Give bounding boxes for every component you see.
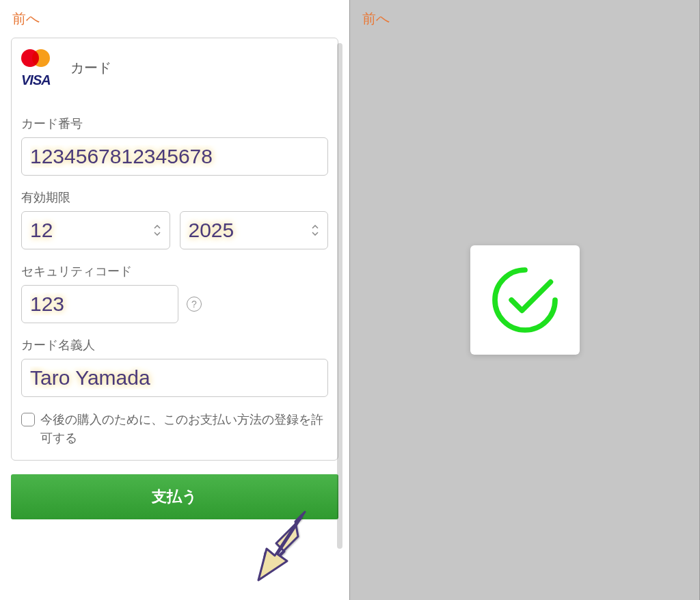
form-scroll-area: VISA カード カード番号 有効期限 12 [0, 38, 349, 600]
holder-group: カード名義人 [21, 337, 328, 397]
visa-icon: VISA [21, 72, 54, 88]
holder-label: カード名義人 [21, 337, 328, 353]
expiry-label: 有効期限 [21, 189, 328, 206]
save-payment-row[interactable]: 今後の購入のために、このお支払い方法の登録を許可する [21, 411, 328, 448]
expiry-year-value: 2025 [180, 211, 329, 249]
pay-button[interactable]: 支払う [11, 474, 338, 519]
checkmark-icon [487, 262, 563, 338]
back-link[interactable]: 前へ [350, 0, 699, 38]
expiry-month-select[interactable]: 12 [21, 211, 170, 249]
save-payment-label: 今後の購入のために、このお支払い方法の登録を許可する [40, 411, 328, 448]
chevron-updown-icon [154, 223, 163, 237]
holder-input[interactable] [21, 359, 328, 397]
card-brand-row: VISA カード [21, 48, 328, 88]
brand-icons: VISA [21, 48, 54, 88]
card-type-label: カード [70, 59, 111, 77]
cvv-input[interactable] [21, 285, 178, 323]
card-number-group: カード番号 [21, 115, 328, 176]
expiry-year-select[interactable]: 2025 [180, 211, 329, 249]
cvv-group: セキュリティコード ? [21, 263, 328, 323]
card-number-input[interactable] [21, 137, 328, 176]
success-card [470, 245, 580, 355]
cvv-label: セキュリティコード [21, 263, 328, 279]
save-payment-checkbox[interactable] [21, 413, 35, 426]
payment-form-pane: 前へ VISA カード カード番号 [0, 0, 350, 600]
confirmation-pane: 前へ [350, 0, 700, 600]
mastercard-icon [21, 48, 54, 68]
card-form: VISA カード カード番号 有効期限 12 [11, 38, 338, 461]
expiry-month-value: 12 [21, 211, 170, 249]
chevron-updown-icon [312, 223, 321, 237]
card-number-label: カード番号 [21, 115, 328, 132]
help-icon[interactable]: ? [187, 297, 202, 312]
scrollbar[interactable] [337, 43, 342, 549]
back-link[interactable]: 前へ [0, 0, 349, 38]
expiry-group: 有効期限 12 2025 [21, 189, 328, 249]
